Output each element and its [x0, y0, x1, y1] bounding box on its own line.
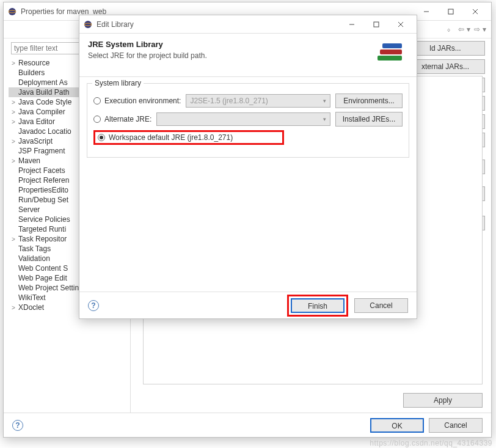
- chevron-right-icon: [10, 226, 17, 233]
- tree-item-label: Web Content S: [18, 264, 68, 273]
- eclipse-icon: [83, 20, 93, 29]
- chevron-right-icon: >: [10, 60, 17, 67]
- modal-heading: JRE System Library: [88, 40, 374, 49]
- group-title: System library: [92, 79, 144, 87]
- chevron-right-icon: >: [10, 138, 17, 145]
- chevron-right-icon: >: [10, 304, 17, 311]
- tree-item-label: Java Code Style: [18, 98, 71, 106]
- tree-item-label: XDoclet: [18, 303, 44, 312]
- tree-item-label: Project Referen: [18, 176, 69, 185]
- side-button[interactable]: ld JARs...: [406, 41, 485, 56]
- tree-item-label: Builders: [18, 68, 45, 77]
- chevron-right-icon: [10, 79, 17, 86]
- tree-item-label: JavaScript: [18, 137, 53, 145]
- chevron-right-icon: [10, 89, 17, 96]
- svg-rect-13: [380, 50, 402, 54]
- svg-rect-3: [448, 9, 453, 14]
- tree-item-label: Targeted Runti: [18, 225, 66, 233]
- svg-rect-9: [374, 22, 379, 27]
- chevron-right-icon: [10, 148, 17, 155]
- svg-point-0: [9, 8, 16, 15]
- modal-help-icon[interactable]: ?: [88, 300, 99, 311]
- cancel-button[interactable]: Cancel: [429, 418, 483, 433]
- nav-back-icon[interactable]: ⇦ ▾: [457, 23, 472, 35]
- tree-item-label: WikiText: [18, 293, 46, 302]
- svg-rect-14: [382, 43, 402, 48]
- chevron-right-icon: [10, 255, 17, 262]
- watermark: https://blog.csdn.net/qq_43164339: [370, 439, 492, 447]
- tree-item-label: Java Build Path: [18, 88, 69, 97]
- chevron-right-icon: >: [10, 158, 17, 164]
- svg-point-6: [84, 21, 92, 28]
- chevron-right-icon: [10, 207, 17, 213]
- close-button[interactable]: [463, 3, 487, 20]
- chevron-right-icon: [10, 295, 17, 301]
- ok-button[interactable]: OK: [370, 418, 424, 433]
- tree-item-label: JSP Fragment: [18, 147, 65, 155]
- chevron-right-icon: [10, 265, 17, 272]
- chevron-right-icon: >: [10, 99, 17, 106]
- tree-item-label: Web Project Settings: [18, 284, 87, 292]
- finish-button[interactable]: Finish: [291, 298, 345, 313]
- help-icon[interactable]: ?: [12, 420, 23, 431]
- installed-jres-button[interactable]: Installed JREs...: [335, 112, 403, 127]
- tree-item-label: Deployment As: [18, 78, 68, 87]
- chevron-right-icon: [10, 246, 17, 252]
- chevron-right-icon: >: [10, 119, 17, 125]
- tree-item-label: Javadoc Locatio: [18, 127, 71, 136]
- alternate-jre-combo[interactable]: ▾: [156, 112, 330, 126]
- environments-button[interactable]: Environments...: [335, 94, 403, 108]
- tree-item-label: Java Compiler: [18, 108, 65, 116]
- modal-title: Edit Library: [97, 20, 340, 29]
- tree-item-label: Service Policies: [18, 215, 70, 224]
- tree-item-label: Project Facets: [18, 166, 65, 175]
- tree-item-label: Server: [18, 205, 40, 214]
- chevron-right-icon: [10, 187, 17, 194]
- tree-item-label: Resource: [18, 59, 49, 67]
- alternate-jre-radio[interactable]: Alternate JRE:: [93, 115, 151, 123]
- modal-maximize-button[interactable]: [364, 16, 388, 33]
- tree-item-label: PropertiesEdito: [18, 186, 68, 194]
- workspace-default-radio[interactable]: Workspace default JRE (jre1.8.0_271): [98, 133, 233, 142]
- chevron-right-icon: [10, 167, 17, 174]
- apply-button[interactable]: Apply: [403, 393, 483, 408]
- maximize-button[interactable]: [439, 3, 463, 20]
- nav-fwd-icon[interactable]: ⇨ ▾: [473, 23, 487, 35]
- chevron-right-icon: >: [10, 236, 17, 243]
- edit-library-dialog: Edit Library JRE System Library Select J…: [79, 15, 417, 319]
- modal-cancel-button[interactable]: Cancel: [354, 298, 408, 313]
- svg-rect-12: [377, 56, 402, 61]
- modal-minimize-button[interactable]: [340, 16, 364, 33]
- eclipse-icon: [7, 7, 17, 17]
- chevron-right-icon: [10, 197, 17, 204]
- chevron-right-icon: [10, 177, 17, 184]
- tree-item-label: Validation: [18, 254, 50, 263]
- system-library-group: System library Execution environment: J2…: [87, 83, 409, 158]
- tree-item-label: Task Tags: [18, 244, 51, 253]
- minimize-button[interactable]: [414, 3, 439, 20]
- tree-item-label: Run/Debug Set: [18, 196, 68, 204]
- chevron-right-icon: [10, 70, 17, 76]
- tree-item-label: Task Repositor: [18, 235, 67, 243]
- exec-env-radio[interactable]: Execution environment:: [93, 97, 181, 105]
- back-button[interactable]: ⬨: [441, 23, 456, 35]
- books-icon: [374, 40, 408, 68]
- chevron-right-icon: [10, 285, 17, 292]
- tree-item-label: Maven: [18, 156, 40, 165]
- chevron-right-icon: [10, 275, 17, 282]
- chevron-right-icon: [10, 128, 17, 135]
- exec-env-combo[interactable]: J2SE-1.5 (jre1.8.0_271)▾: [186, 94, 330, 108]
- modal-subtitle: Select JRE for the project build path.: [88, 51, 374, 60]
- modal-titlebar[interactable]: Edit Library: [79, 15, 417, 34]
- modal-close-button[interactable]: [388, 16, 413, 33]
- tree-item-label: Web Page Edit: [18, 274, 67, 282]
- chevron-right-icon: >: [10, 109, 17, 116]
- chevron-right-icon: [10, 216, 17, 223]
- tree-item-label: Java Editor: [18, 117, 55, 126]
- side-button[interactable]: xternal JARs...: [406, 59, 485, 74]
